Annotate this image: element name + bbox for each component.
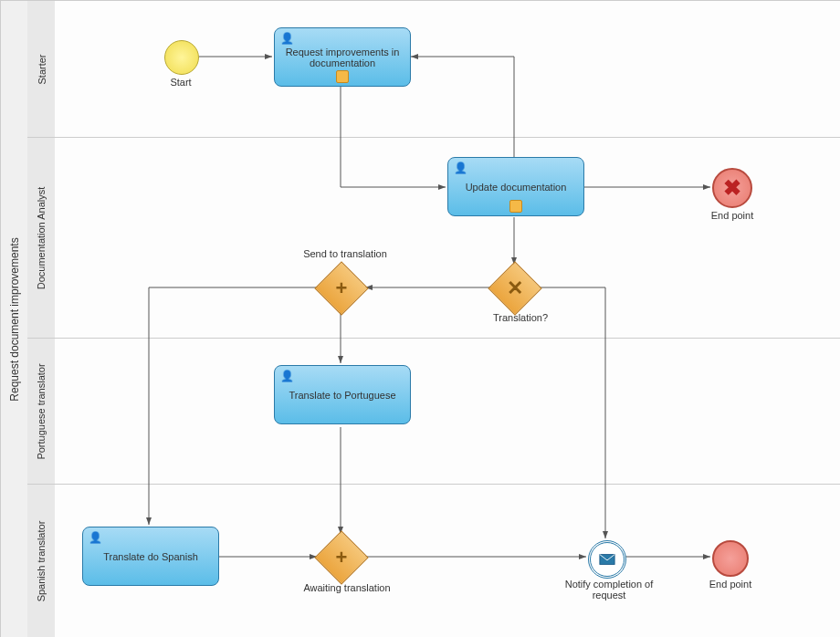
task-translate-pt[interactable]: 👤 Translate to Portuguese: [274, 365, 411, 424]
task-label: Update documentation: [466, 182, 567, 193]
terminate-end-event[interactable]: [712, 168, 752, 208]
lane-analyst: Documentation Analyst: [27, 137, 840, 339]
task-request-improvements[interactable]: 👤 Request improvements in documentation: [274, 27, 411, 87]
gateway-await-label: Awaiting translation: [292, 582, 402, 593]
lane-pt-title: Portuguese translator: [27, 339, 56, 485]
gateway-plus-icon: +: [336, 546, 348, 569]
gateway-send-label: Send to translation: [295, 248, 395, 259]
task-update-documentation[interactable]: 👤 Update documentation: [447, 157, 584, 216]
terminate-label: End point: [705, 210, 760, 221]
end-event[interactable]: [712, 540, 749, 577]
task-label: Translate do Spanish: [103, 551, 198, 562]
envelope-icon: [599, 553, 615, 566]
user-icon: 👤: [280, 370, 294, 382]
user-icon: 👤: [454, 162, 467, 174]
task-translate-es[interactable]: 👤 Translate do Spanish: [82, 527, 219, 586]
lane-label: Portuguese translator: [36, 363, 47, 459]
lane-starter: Starter: [27, 0, 840, 139]
form-icon: [509, 200, 522, 213]
pool-title: Request document improvements: [0, 0, 29, 637]
start-event[interactable]: [164, 40, 199, 75]
start-event-label: Start: [157, 77, 205, 88]
gateway-x-icon: ✕: [507, 277, 523, 300]
pool-title-text: Request document improvements: [8, 237, 21, 401]
lane-es-title: Spanish translator: [27, 485, 56, 637]
lane-label: Documentation Analyst: [36, 187, 47, 290]
gateway-translation-label: Translation?: [484, 312, 557, 323]
message-throw-event[interactable]: [588, 540, 626, 579]
notify-label: Notify completion of request: [559, 579, 659, 600]
bpmn-diagram: Request document improvements Starter Do…: [0, 0, 840, 637]
task-label: Request improvements in documentation: [278, 47, 406, 68]
lane-label: Spanish translator: [36, 521, 47, 602]
form-icon: [336, 70, 349, 83]
lane-pt: Portuguese translator: [27, 338, 840, 486]
lane-starter-title: Starter: [27, 1, 56, 138]
task-label: Translate to Portuguese: [289, 390, 396, 401]
gateway-plus-icon: +: [336, 277, 348, 300]
user-icon: 👤: [280, 32, 294, 45]
end-label: End point: [703, 579, 758, 590]
lane-analyst-title: Documentation Analyst: [27, 138, 56, 339]
lane-pt-content: [55, 339, 840, 485]
lane-label: Starter: [36, 54, 47, 84]
user-icon: 👤: [89, 531, 102, 544]
